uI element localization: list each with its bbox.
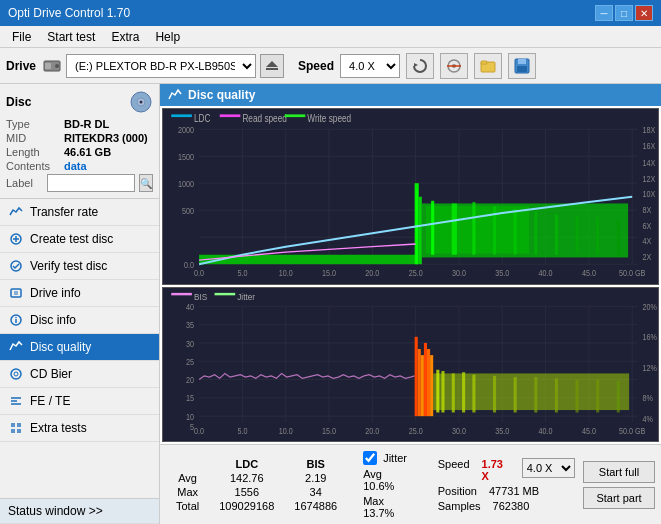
svg-rect-8: [447, 65, 461, 67]
svg-text:10X: 10X: [643, 188, 656, 199]
svg-rect-37: [171, 114, 192, 117]
menu-extra[interactable]: Extra: [103, 28, 147, 46]
sidebar-item-cd-bier[interactable]: CD Bier: [0, 361, 159, 388]
svg-rect-151: [430, 356, 433, 417]
svg-text:5.0: 5.0: [237, 427, 248, 437]
drive-info-icon: [8, 285, 24, 301]
svg-text:0.0: 0.0: [194, 267, 204, 278]
menu-starttest[interactable]: Start test: [39, 28, 103, 46]
top-chart: LDC Read speed Write speed: [162, 108, 659, 285]
transfer-rate-icon: [8, 204, 24, 220]
disc-info-panel: Disc Type BD-R DL MID RITEKDR3 (000) Len…: [0, 84, 159, 199]
avg-ldc: 142.76: [209, 471, 284, 485]
svg-text:15: 15: [186, 394, 195, 404]
settings-button[interactable]: [440, 53, 468, 79]
speed-combo[interactable]: 4.0 X 1.0 X 2.0 X 8.0 X: [340, 54, 400, 78]
folder-icon: [480, 58, 496, 74]
speed-label: Speed: [298, 59, 334, 73]
svg-rect-150: [427, 349, 430, 416]
svg-text:Read speed: Read speed: [242, 112, 286, 124]
svg-rect-149: [424, 343, 427, 416]
svg-rect-162: [576, 380, 579, 413]
start-full-button[interactable]: Start full: [583, 461, 655, 483]
svg-text:50.0 GB: 50.0 GB: [619, 267, 646, 278]
svg-rect-13: [517, 66, 527, 72]
svg-text:40.0: 40.0: [539, 427, 554, 437]
svg-rect-98: [596, 217, 599, 255]
create-disc-icon: [8, 231, 24, 247]
position-label: Position: [438, 485, 477, 497]
sidebar-item-fe-te[interactable]: FE / TE: [0, 388, 159, 415]
svg-rect-95: [534, 212, 537, 255]
svg-rect-154: [441, 371, 444, 412]
sidebar-item-disc-quality[interactable]: Disc quality: [0, 334, 159, 361]
status-window-button[interactable]: Status window >>: [0, 498, 159, 524]
sidebar-item-transfer-rate[interactable]: Transfer rate: [0, 199, 159, 226]
nav-label-verify-test-disc: Verify test disc: [30, 259, 107, 273]
menu-help[interactable]: Help: [147, 28, 188, 46]
refresh-button[interactable]: [406, 53, 434, 79]
jitter-label: Jitter: [383, 452, 407, 464]
open-button[interactable]: [474, 53, 502, 79]
svg-text:0.0: 0.0: [194, 427, 205, 437]
jitter-max-row: Max 13.7%: [363, 495, 418, 519]
svg-text:45.0: 45.0: [582, 427, 597, 437]
svg-text:BIS: BIS: [194, 292, 207, 303]
position-info: Position 47731 MB: [438, 485, 575, 497]
sidebar: Disc Type BD-R DL MID RITEKDR3 (000) Len…: [0, 84, 160, 524]
svg-text:20%: 20%: [643, 303, 657, 313]
svg-rect-103: [215, 293, 236, 295]
svg-rect-33: [17, 423, 21, 427]
sidebar-item-extra-tests[interactable]: Extra tests: [0, 415, 159, 442]
label-input[interactable]: [47, 174, 135, 192]
svg-rect-96: [555, 214, 558, 254]
svg-text:LDC: LDC: [194, 112, 211, 124]
svg-rect-155: [452, 374, 455, 413]
menu-file[interactable]: File: [4, 28, 39, 46]
svg-text:50.0 GB: 50.0 GB: [619, 427, 645, 437]
nav-label-create-test-disc: Create test disc: [30, 232, 113, 246]
extra-tests-icon: [8, 420, 24, 436]
svg-text:20: 20: [186, 376, 195, 386]
stats-table: LDC BIS Avg 142.76 2.19 Max 1556 34 Tota…: [166, 457, 347, 513]
svg-text:16%: 16%: [643, 333, 657, 343]
close-button[interactable]: ✕: [635, 5, 653, 21]
avg-jitter-val: 10.6%: [363, 480, 394, 492]
drive-icon: [42, 56, 62, 76]
avg-label: Avg: [166, 471, 209, 485]
label-search-button[interactable]: 🔍: [139, 174, 153, 192]
svg-rect-99: [617, 220, 620, 255]
svg-point-27: [11, 369, 21, 379]
svg-text:25.0: 25.0: [409, 427, 424, 437]
save-button[interactable]: [508, 53, 536, 79]
svg-text:12X: 12X: [643, 173, 656, 184]
svg-rect-101: [171, 293, 192, 295]
start-part-button[interactable]: Start part: [583, 487, 655, 509]
disc-info-icon: [8, 312, 24, 328]
sidebar-item-create-test-disc[interactable]: Create test disc: [0, 226, 159, 253]
svg-text:12%: 12%: [643, 364, 657, 374]
max-ldc: 1556: [209, 485, 284, 499]
disc-icon: [129, 90, 153, 114]
sidebar-item-disc-info[interactable]: Disc info: [0, 307, 159, 334]
contents-label: Contents: [6, 160, 64, 172]
bottom-chart-svg: BIS Jitter: [163, 288, 658, 441]
minimize-button[interactable]: ─: [595, 5, 613, 21]
sidebar-item-verify-test-disc[interactable]: Verify test disc: [0, 253, 159, 280]
jitter-checkbox[interactable]: [363, 451, 377, 465]
svg-text:30: 30: [186, 339, 195, 349]
label-label: Label: [6, 177, 43, 189]
svg-rect-159: [514, 378, 517, 413]
svg-point-2: [55, 64, 59, 68]
length-label: Length: [6, 146, 64, 158]
maximize-button[interactable]: □: [615, 5, 633, 21]
drive-combo[interactable]: (E:) PLEXTOR BD-R PX-LB950SA 1.06: [66, 54, 256, 78]
speed-select[interactable]: 4.0 X 1.0 X 2.0 X: [522, 458, 575, 478]
save-icon: [514, 58, 530, 74]
svg-rect-86: [419, 197, 422, 264]
nav-label-transfer-rate: Transfer rate: [30, 205, 98, 219]
eject-button[interactable]: [260, 54, 284, 78]
svg-text:4X: 4X: [643, 235, 652, 246]
svg-rect-92: [472, 202, 475, 255]
sidebar-item-drive-info[interactable]: Drive info: [0, 280, 159, 307]
